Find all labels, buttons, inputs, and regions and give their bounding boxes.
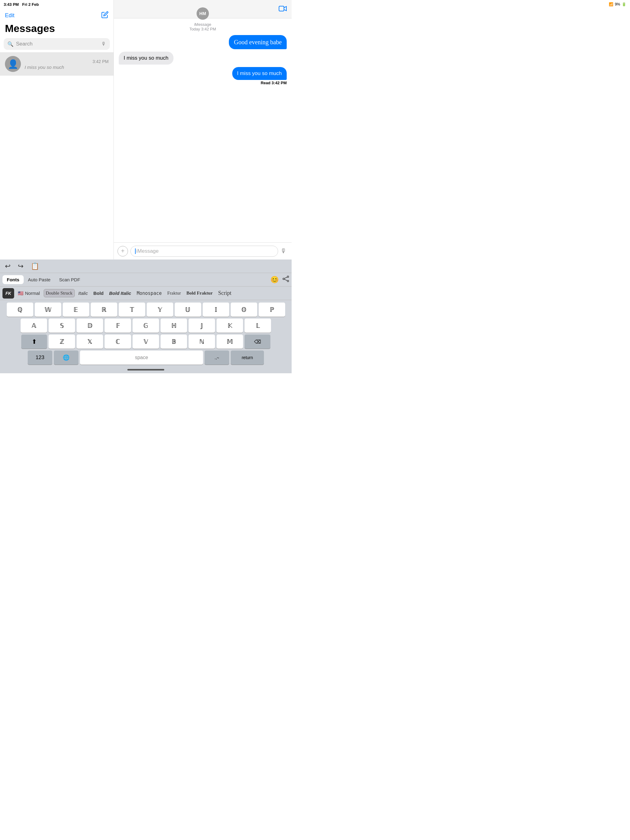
key-p[interactable]: ℙ — [259, 303, 285, 317]
key-z[interactable]: ℤ — [49, 335, 75, 349]
emoji-button[interactable]: 😊 — [271, 276, 279, 284]
svg-point-2 — [283, 278, 285, 279]
key-n[interactable]: ℕ — [188, 335, 215, 349]
audio-input-button[interactable]: 🎙 — [280, 248, 287, 254]
keys-area: ℚ 𝕎 𝔼 ℝ 𝕋 𝕐 𝕌 𝕀 𝕆 ℙ 𝔸 𝕊 𝔻 𝔽 𝔾 ℍ 𝕁 𝕂 𝕃 ⬆ — [0, 300, 291, 366]
font-styles-row: FK 🇺🇸 Normal Double Struck Italic Bold B… — [0, 287, 291, 300]
font-style-double-struck[interactable]: Double Struck — [44, 289, 75, 297]
message-bubble-received-1: I miss you so much — [119, 52, 174, 65]
svg-point-3 — [287, 280, 289, 282]
key-r[interactable]: ℝ — [91, 303, 117, 317]
message-input[interactable]: iMessage — [130, 246, 278, 257]
shift-key[interactable]: ⬆ — [21, 335, 47, 349]
message-bubble-sent-1: Good evening babe — [229, 35, 287, 49]
message-row: Good evening babe — [119, 35, 287, 49]
cursor — [135, 248, 136, 254]
globe-key[interactable]: 🌐 — [54, 351, 78, 365]
tab-auto-paste[interactable]: Auto Paste — [24, 275, 55, 284]
key-s[interactable]: 𝕊 — [49, 319, 75, 333]
key-w[interactable]: 𝕎 — [35, 303, 61, 317]
read-status: Read 3:42 PM — [261, 81, 287, 85]
share-button[interactable] — [282, 275, 289, 284]
conv-preview: I miss you so much — [25, 65, 109, 70]
key-d[interactable]: 𝔻 — [77, 319, 103, 333]
message-row: I miss you so much Read 3:42 PM — [119, 67, 287, 85]
messages-list-panel: Edit Messages 🔍 Search 🎙 👤 3:42 PM — [0, 0, 114, 259]
font-selector-row: Fonts Auto Paste Scan PDF 😊 — [0, 273, 291, 287]
key-e[interactable]: 𝔼 — [63, 303, 89, 317]
punctuation-key[interactable]: .,~ — [204, 351, 229, 365]
status-date: Fri 2 Feb — [22, 2, 39, 7]
clipboard-button[interactable]: 📋 — [30, 261, 40, 272]
chat-input-bar: + iMessage 🎙 — [114, 242, 291, 259]
font-style-script[interactable]: Script — [216, 289, 233, 298]
redo-button[interactable]: ↪ — [17, 261, 25, 272]
key-x[interactable]: 𝕏 — [77, 335, 103, 349]
chat-panel: HM iMessage Today 3:42 PM Good evening b… — [114, 0, 291, 259]
key-g[interactable]: 𝔾 — [133, 319, 159, 333]
font-style-bold-fraktur[interactable]: Bold Fraktur — [185, 289, 214, 297]
undo-button[interactable]: ↩ — [4, 261, 12, 272]
key-o[interactable]: 𝕆 — [231, 303, 257, 317]
font-style-bold-italic[interactable]: Bold Italic — [108, 289, 133, 297]
search-placeholder: Search — [16, 41, 99, 47]
font-style-italic[interactable]: Italic — [77, 289, 90, 297]
key-y[interactable]: 𝕐 — [147, 303, 173, 317]
key-u[interactable]: 𝕌 — [175, 303, 201, 317]
conv-top: 3:42 PM — [25, 58, 109, 65]
svg-line-4 — [285, 277, 287, 278]
search-bar[interactable]: 🔍 Search 🎙 — [4, 38, 110, 50]
delete-key[interactable]: ⌫ — [245, 335, 271, 349]
numbers-key[interactable]: 123 — [28, 351, 52, 365]
search-icon: 🔍 — [7, 41, 14, 47]
svg-point-1 — [287, 276, 289, 277]
app-container: Edit Messages 🔍 Search 🎙 👤 3:42 PM — [0, 0, 291, 259]
conv-time: 3:42 PM — [93, 59, 109, 64]
key-m[interactable]: 𝕄 — [217, 335, 243, 349]
keys-row-2: 𝔸 𝕊 𝔻 𝔽 𝔾 ℍ 𝕁 𝕂 𝕃 — [1, 319, 290, 333]
compose-button[interactable] — [101, 11, 109, 20]
fk-button[interactable]: FK — [2, 288, 14, 298]
key-q[interactable]: ℚ — [7, 303, 33, 317]
keyboard-area: ↩ ↪ 📋 Fonts Auto Paste Scan PDF 😊 FK — [0, 259, 291, 373]
status-time: 3:43 PM — [4, 2, 19, 7]
messages-title: Messages — [0, 21, 114, 37]
keyboard-toolbar: ↩ ↪ 📋 — [0, 259, 291, 273]
mic-icon: 🎙 — [101, 41, 106, 47]
key-f[interactable]: 𝔽 — [104, 319, 131, 333]
message-bubble-sent-2: I miss you so much — [232, 67, 287, 80]
keys-row-4: 123 🌐 space .,~ return — [1, 351, 290, 365]
contact-avatar: HM — [196, 7, 209, 20]
home-indicator — [0, 366, 291, 373]
tab-fonts[interactable]: Fonts — [2, 275, 24, 284]
font-style-monospace[interactable]: Monospace — [135, 289, 163, 297]
svg-line-5 — [285, 279, 287, 280]
home-bar — [127, 369, 164, 371]
space-key[interactable]: space — [80, 351, 203, 365]
font-style-normal[interactable]: 🇺🇸 Normal — [16, 289, 42, 297]
imessage-label: iMessage Today 3:42 PM — [119, 22, 287, 32]
key-k[interactable]: 𝕂 — [217, 319, 243, 333]
key-t[interactable]: 𝕋 — [119, 303, 145, 317]
conv-info: 3:42 PM I miss you so much — [25, 58, 109, 70]
attachment-button[interactable]: + — [117, 246, 128, 256]
return-key[interactable]: return — [231, 351, 264, 365]
font-style-fraktur[interactable]: Fraktur — [166, 289, 183, 297]
key-b[interactable]: 𝔹 — [161, 335, 187, 349]
key-a[interactable]: 𝔸 — [21, 319, 47, 333]
conversation-item[interactable]: 👤 3:42 PM I miss you so much — [0, 52, 114, 76]
key-l[interactable]: 𝕃 — [245, 319, 271, 333]
key-h[interactable]: ℍ — [161, 319, 187, 333]
key-v[interactable]: 𝕍 — [133, 335, 159, 349]
conv-name — [25, 58, 26, 65]
key-i[interactable]: 𝕀 — [203, 303, 229, 317]
list-header: Edit — [0, 9, 114, 21]
tab-scan-pdf[interactable]: Scan PDF — [55, 275, 84, 284]
font-style-bold[interactable]: Bold — [91, 289, 105, 297]
key-j[interactable]: 𝕁 — [188, 319, 215, 333]
keys-row-1: ℚ 𝕎 𝔼 ℝ 𝕋 𝕐 𝕌 𝕀 𝕆 ℙ — [1, 303, 290, 317]
status-bar: 3:43 PM Fri 2 Feb 📶 9% 🔋 — [0, 0, 291, 9]
edit-button[interactable]: Edit — [5, 12, 14, 19]
avatar: 👤 — [5, 56, 21, 72]
key-c[interactable]: ℂ — [104, 335, 131, 349]
